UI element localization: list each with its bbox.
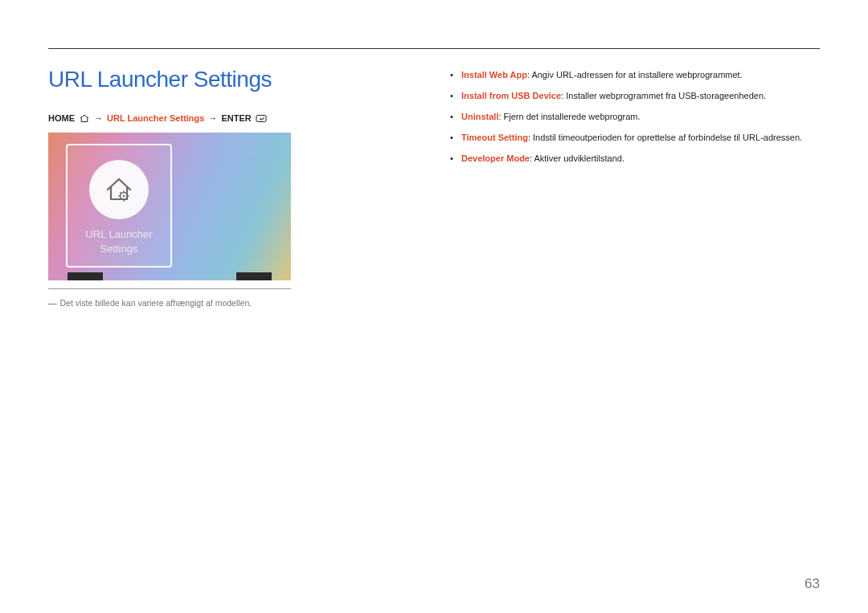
- options-list: Install Web App: Angiv URL-adressen for …: [450, 67, 820, 166]
- screenshot-preview: URL Launcher Settings: [48, 133, 291, 280]
- top-rule: [48, 48, 820, 49]
- page-number: 63: [805, 576, 820, 592]
- url-launcher-tile: URL Launcher Settings: [66, 144, 172, 268]
- list-item: Install Web App: Angiv URL-adressen for …: [450, 67, 820, 84]
- caption-rule: [48, 288, 291, 289]
- option-desc: : Angiv URL-adressen for at installere w…: [527, 70, 743, 80]
- tile-label: URL Launcher Settings: [85, 227, 152, 255]
- option-desc: : Aktiver udviklertilstand.: [530, 153, 624, 163]
- house-gear-icon: [89, 160, 149, 219]
- list-item: Developer Mode: Aktiver udviklertilstand…: [450, 150, 820, 167]
- home-icon: [79, 114, 90, 123]
- list-item: Timeout Setting: Indstil timeoutperioden…: [450, 129, 820, 146]
- caption-dash: ―: [48, 297, 57, 310]
- breadcrumb: HOME → URL Launcher Settings → ENTER: [48, 113, 418, 123]
- dock-bar-right: [236, 272, 272, 280]
- option-term: Timeout Setting: [461, 133, 528, 142]
- enter-icon: [256, 114, 268, 123]
- image-caption: ―Det viste billede kan variere afhængigt…: [48, 297, 418, 310]
- option-term: Uninstall: [461, 112, 498, 121]
- breadcrumb-enter: ENTER: [221, 113, 251, 123]
- right-column: Install Web App: Angiv URL-adressen for …: [450, 67, 820, 310]
- breadcrumb-step: URL Launcher Settings: [107, 113, 204, 123]
- option-desc: : Installer webprogrammet fra USB-storag…: [561, 91, 766, 100]
- dock-bar-left: [68, 272, 103, 280]
- tile-label-line2: Settings: [85, 242, 152, 256]
- content-columns: URL Launcher Settings HOME → URL Launche…: [48, 67, 820, 310]
- list-item: Uninstall: Fjern det installerede webpro…: [450, 108, 820, 125]
- caption-text: Det viste billede kan variere afhængigt …: [60, 298, 252, 308]
- option-desc: : Fjern det installerede webprogram.: [498, 112, 640, 121]
- breadcrumb-arrow-1: →: [94, 113, 103, 123]
- option-desc: : Indstil timeoutperioden for oprettelse…: [528, 133, 802, 142]
- tile-label-line1: URL Launcher: [85, 227, 152, 242]
- option-term: Install Web App: [461, 70, 527, 80]
- page-title: URL Launcher Settings: [48, 67, 418, 92]
- breadcrumb-home: HOME: [48, 113, 75, 123]
- option-term: Developer Mode: [461, 153, 530, 163]
- svg-point-2: [123, 195, 125, 198]
- breadcrumb-arrow-2: →: [208, 113, 217, 123]
- left-column: URL Launcher Settings HOME → URL Launche…: [48, 67, 418, 310]
- option-term: Install from USB Device: [461, 91, 561, 100]
- list-item: Install from USB Device: Installer webpr…: [450, 88, 820, 104]
